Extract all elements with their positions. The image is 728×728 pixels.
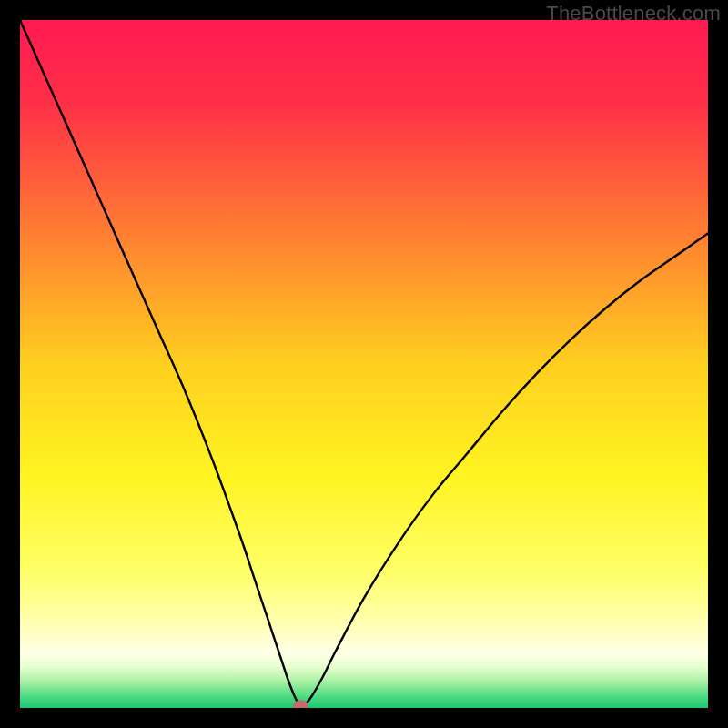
chart-frame: TheBottleneck.com	[0, 0, 728, 728]
watermark-text: TheBottleneck.com	[546, 2, 721, 25]
chart-plot-area	[20, 20, 708, 708]
chart-svg	[20, 20, 708, 708]
gradient-background	[20, 20, 708, 708]
